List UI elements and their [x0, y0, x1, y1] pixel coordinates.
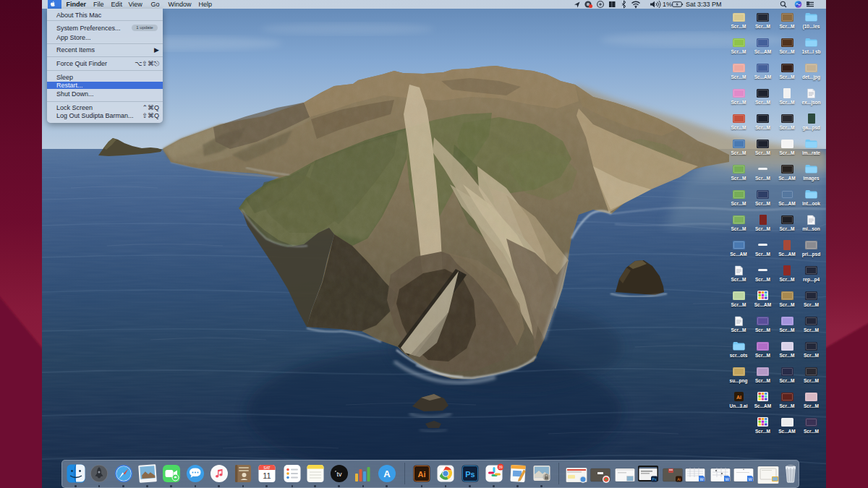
svg-text:11: 11: [263, 471, 271, 480]
svg-text:Ps: Ps: [652, 477, 657, 481]
svg-text:W: W: [725, 477, 729, 481]
svg-text:tv: tv: [336, 471, 342, 478]
svg-text:SAT: SAT: [263, 466, 270, 470]
svg-text:39: 39: [498, 465, 503, 469]
svg-text:Ai: Ai: [418, 470, 426, 479]
svg-text:A: A: [383, 468, 391, 479]
svg-text:Ps: Ps: [465, 470, 475, 479]
svg-text:W: W: [748, 477, 752, 481]
svg-text:Ai: Ai: [677, 477, 680, 481]
svg-text:W: W: [699, 477, 704, 481]
svg-text:Ai: Ai: [736, 395, 741, 400]
